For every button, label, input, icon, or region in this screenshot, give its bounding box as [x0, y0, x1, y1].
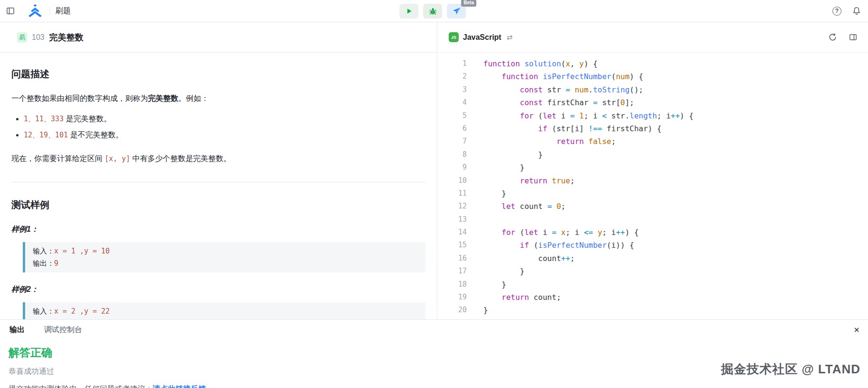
code-line[interactable]: 13	[437, 213, 868, 226]
topbar-right: ?	[832, 6, 863, 16]
swap-language-icon[interactable]: ⇄	[507, 33, 513, 42]
line-number: 19	[437, 291, 467, 304]
code-line[interactable]: 18 }	[437, 278, 868, 291]
line-number: 13	[437, 213, 467, 226]
line-number: 11	[437, 187, 467, 200]
code-line[interactable]: 20}	[437, 304, 868, 316]
code-line[interactable]: 12 let count = 0;	[437, 200, 868, 213]
submit-button-wrapper: Beta	[447, 4, 466, 18]
line-number: 7	[437, 135, 467, 148]
line-number: 3	[437, 83, 467, 96]
code-line[interactable]: 17 }	[437, 265, 868, 278]
topbar: 刷题 B	[0, 0, 868, 22]
sidebar-toggle-button[interactable]	[6, 6, 15, 16]
line-number: 10	[437, 174, 467, 187]
line-number: 12	[437, 200, 467, 213]
paper-plane-icon	[452, 7, 461, 16]
code-line-text: let count = 0;	[467, 200, 565, 213]
help-icon: ?	[835, 8, 839, 14]
refresh-icon	[828, 33, 837, 42]
emphasized-term: 完美整数	[148, 94, 178, 102]
notifications-button[interactable]	[852, 6, 861, 16]
code-line[interactable]: 14 for (let i = x; i <= y; i++) {	[437, 226, 868, 239]
bell-icon	[852, 6, 861, 16]
feedback-text: 提交功能内测体验中，任何问题或者建议：请点此链接反馈	[9, 384, 868, 388]
language-selector[interactable]: JavaScript	[463, 33, 501, 42]
code-line[interactable]: 7 return false;	[437, 135, 868, 148]
app-title: 刷题	[55, 6, 71, 16]
divider	[11, 182, 425, 182]
editor-actions	[828, 33, 858, 42]
bug-icon	[428, 7, 437, 16]
line-number: 14	[437, 226, 467, 239]
layout-panel-icon	[849, 33, 858, 42]
divider	[49, 7, 50, 15]
watermark: 掘金技术社区 @ LTAND	[721, 361, 860, 378]
code-line-text: for (let i = 1; i < str.length; i++) {	[467, 109, 693, 122]
juejin-logo[interactable]	[27, 4, 44, 18]
run-button[interactable]	[399, 4, 418, 18]
line-number: 5	[437, 109, 467, 122]
problem-description-body: 问题描述 一个整数如果由相同的数字构成，则称为完美整数。例如： 1、11、333…	[0, 53, 437, 319]
sample-label: 样例1：	[11, 225, 425, 235]
sample-label: 样例2：	[11, 285, 425, 295]
tab-output[interactable]: 输出	[9, 325, 25, 335]
list-item: 1、11、333 是完美整数。	[24, 113, 425, 125]
help-button[interactable]: ?	[832, 7, 841, 16]
code-line-text: }	[467, 187, 506, 200]
code-line-text: const firstChar = str[0];	[467, 96, 634, 109]
code-line[interactable]: 15 if (isPerfectNumber(i)) {	[437, 239, 868, 252]
code-line-text: function isPerfectNumber(num) {	[467, 70, 643, 83]
code-line[interactable]: 6 if (str[i] !== firstChar) {	[437, 122, 868, 135]
inline-code: [x, y]	[104, 154, 130, 163]
editor-panel: JS JavaScript ⇄ 1function	[437, 22, 868, 319]
code-line[interactable]: 1function solution(x, y) {	[437, 57, 868, 70]
code-line[interactable]: 5 for (let i = 1; i < str.length; i++) {	[437, 109, 868, 122]
line-number: 9	[437, 161, 467, 174]
close-panel-button[interactable]: ×	[854, 325, 859, 334]
code-line-text: if (isPerfectNumber(i)) {	[467, 239, 634, 252]
description-section-title: 问题描述	[11, 68, 425, 81]
examples-list: 1、11、333 是完美整数。 12、19、101 是不完美整数。	[11, 113, 425, 141]
editor-header: JS JavaScript ⇄	[437, 22, 868, 53]
play-icon	[406, 8, 413, 15]
inline-code: 1、11、333	[24, 115, 64, 123]
code-line[interactable]: 3 const str = num.toString();	[437, 83, 868, 96]
line-number: 18	[437, 278, 467, 291]
javascript-icon: JS	[449, 32, 459, 42]
code-line[interactable]: 4 const firstChar = str[0];	[437, 96, 868, 109]
code-line[interactable]: 2 function isPerfectNumber(num) {	[437, 70, 868, 83]
sample-line: 输出：9	[33, 257, 418, 270]
code-line-text: return false;	[467, 135, 616, 148]
output-panel: 输出 调试控制台 × 解答正确 恭喜成功通过 提交功能内测体验中，任何问题或者建…	[0, 319, 868, 388]
sample-code-block: 输入：x = 1 ,y = 10输出：9	[23, 242, 425, 272]
code-line-text: }	[467, 161, 525, 174]
debug-button[interactable]	[423, 4, 442, 18]
line-number: 8	[437, 148, 467, 161]
code-line-text: if (str[i] !== firstChar) {	[467, 122, 662, 135]
code-line-text: const str = num.toString();	[467, 83, 643, 96]
line-number: 1	[437, 57, 467, 70]
reset-code-button[interactable]	[828, 33, 837, 42]
code-editor[interactable]: 1function solution(x, y) {2 function isP…	[437, 53, 868, 319]
code-line-text: return true;	[467, 174, 575, 187]
line-number: 6	[437, 122, 467, 135]
tab-debug-console[interactable]: 调试控制台	[44, 325, 82, 335]
code-line[interactable]: 9 }	[437, 161, 868, 174]
output-tabs: 输出 调试控制台 ×	[0, 320, 868, 340]
code-line[interactable]: 8 }	[437, 148, 868, 161]
code-lines: 1function solution(x, y) {2 function isP…	[437, 57, 868, 317]
code-line-text: }	[467, 148, 543, 161]
feedback-link[interactable]: 请点此链接反馈	[153, 385, 206, 388]
code-line[interactable]: 16 count++;	[437, 252, 868, 265]
code-line[interactable]: 19 return count;	[437, 291, 868, 304]
code-line-text: }	[467, 304, 488, 316]
layout-toggle-button[interactable]	[849, 33, 858, 42]
problem-id: 103	[32, 33, 45, 42]
sidebar-toggle-icon	[6, 6, 15, 16]
close-icon: ×	[854, 325, 859, 335]
juejin-logo-icon	[27, 4, 44, 18]
code-line[interactable]: 10 return true;	[437, 174, 868, 187]
code-line[interactable]: 11 }	[437, 187, 868, 200]
topbar-left: 刷题	[6, 4, 71, 18]
